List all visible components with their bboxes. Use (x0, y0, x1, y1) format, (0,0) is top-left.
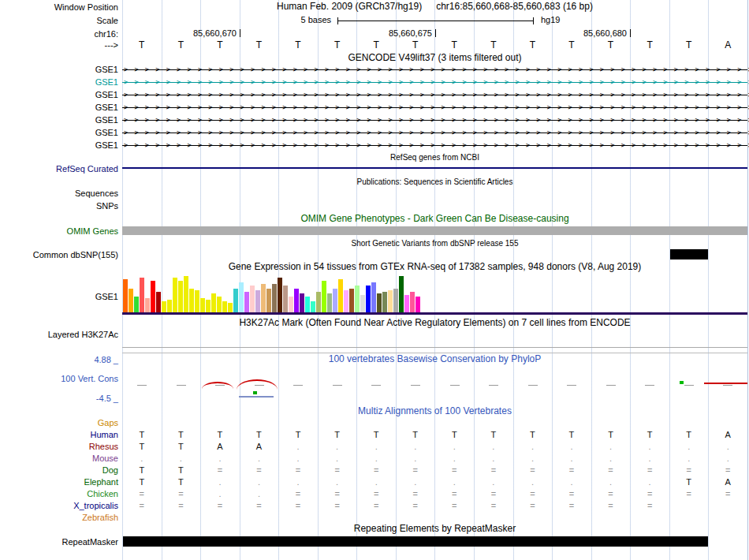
gtex-expression-bar[interactable] (145, 298, 150, 312)
gtex-expression-bar[interactable] (195, 290, 199, 312)
multiz-base: = (630, 500, 669, 511)
gtex-expression-bar[interactable] (415, 297, 420, 312)
scale-bar-tick-right (533, 17, 534, 24)
gencode-item[interactable]: >>>>>>>>>>>>>>>>>>>>>>>>>>>>>>>>>>>>>>>>… (122, 127, 747, 138)
gtex-expression-bar[interactable] (399, 276, 404, 312)
gtex-expression-bar[interactable] (250, 286, 255, 312)
multiz-base: = (513, 465, 553, 476)
multiz-species-label[interactable]: Elephant (0, 476, 118, 487)
gtex-expression-bar[interactable] (140, 278, 144, 312)
gencode-item-label[interactable]: GSE1 (0, 114, 118, 125)
multiz-species-label[interactable]: Chicken (0, 488, 118, 499)
dbsnp-variant[interactable] (670, 249, 708, 259)
gtex-expression-bar[interactable] (344, 290, 348, 312)
h3k27ac-track-label[interactable]: Layered H3K27Ac (0, 329, 118, 340)
multiz-base: . (474, 453, 513, 464)
gtex-expression-bar[interactable] (283, 286, 288, 312)
gtex-expression-bar[interactable] (404, 295, 409, 312)
gtex-expression-bar[interactable] (189, 289, 194, 312)
gtex-expression-bar[interactable] (244, 292, 249, 312)
refseq-track-label[interactable]: RefSeq Curated (0, 163, 118, 174)
gtex-gene-model-line[interactable] (122, 312, 747, 315)
gtex-expression-bar[interactable] (305, 297, 310, 312)
gtex-expression-bar[interactable] (311, 301, 315, 312)
gtex-expression-bar[interactable] (327, 293, 332, 312)
omim-track-label[interactable]: OMIM Genes (0, 226, 118, 237)
gtex-expression-bar[interactable] (178, 281, 183, 312)
multiz-species-label[interactable]: Rhesus (0, 441, 118, 452)
gencode-item-label[interactable]: GSE1 (0, 64, 118, 75)
phylop-track-label[interactable]: 100 Vert. Cons (0, 373, 118, 384)
gtex-expression-bar[interactable] (239, 282, 244, 312)
base-letter: T (552, 39, 591, 50)
gtex-expression-bar[interactable] (349, 289, 354, 312)
gtex-expression-bar[interactable] (222, 301, 227, 312)
gtex-expression-bar[interactable] (255, 290, 260, 312)
gtex-expression-bar[interactable] (261, 284, 266, 312)
gtex-expression-bar[interactable] (322, 281, 326, 312)
gencode-item-label[interactable]: GSE1 (0, 77, 118, 88)
multiz-species-label[interactable]: Mouse (0, 453, 118, 464)
repeatmasker-element[interactable] (123, 536, 708, 547)
gtex-expression-bar[interactable] (377, 293, 382, 312)
gtex-expression-bar[interactable] (266, 289, 271, 312)
gtex-expression-bar[interactable] (338, 279, 343, 312)
multiz-base: . (278, 441, 318, 452)
gtex-expression-bar[interactable] (129, 289, 133, 312)
gtex-expression-bar[interactable] (206, 300, 211, 312)
gtex-expression-bar[interactable] (217, 297, 222, 312)
gencode-item[interactable]: >>>>>>>>>>>>>>>>>>>>>>>>>>>>>>>>>>>>>>>>… (122, 140, 747, 151)
gtex-expression-bar[interactable] (366, 286, 371, 312)
gtex-expression-bar[interactable] (151, 281, 155, 312)
gtex-expression-bar[interactable] (184, 276, 188, 312)
gtex-expression-bar[interactable] (300, 293, 304, 312)
gtex-expression-bar[interactable] (371, 282, 376, 312)
gtex-expression-bar[interactable] (200, 298, 205, 312)
gtex-expression-bar[interactable] (228, 303, 233, 312)
gtex-expression-bar[interactable] (294, 289, 299, 312)
gtex-track-label[interactable]: GSE1 (0, 291, 118, 302)
multiz-species-label[interactable]: Zebrafish (0, 512, 118, 523)
gtex-expression-bar[interactable] (410, 292, 415, 312)
repeatmasker-track-label[interactable]: RepeatMasker (0, 536, 118, 547)
gencode-item[interactable]: >>>>>>>>>>>>>>>>>>>>>>>>>>>>>>>>>>>>>>>>… (122, 64, 747, 75)
gencode-item-label[interactable]: GSE1 (0, 140, 118, 151)
gtex-expression-bar[interactable] (393, 289, 398, 312)
gtex-expression-bar[interactable] (272, 284, 277, 312)
gtex-expression-bar[interactable] (134, 297, 139, 312)
gtex-expression-bar[interactable] (156, 292, 161, 312)
refseq-curated-line[interactable] (122, 167, 747, 169)
gtex-expression-bar[interactable] (289, 297, 293, 312)
omim-genes-bar[interactable] (122, 226, 747, 235)
gtex-expression-bar[interactable] (167, 300, 172, 312)
gencode-item-label[interactable]: GSE1 (0, 89, 118, 100)
gtex-expression-bar[interactable] (316, 292, 321, 312)
gtex-expression-bar[interactable] (211, 293, 216, 312)
sequences-track-label[interactable]: Sequences (0, 188, 118, 199)
multiz-base: . (552, 476, 591, 487)
gtex-expression-bar[interactable] (162, 301, 166, 312)
gencode-item[interactable]: >>>>>>>>>>>>>>>>>>>>>>>>>>>>>>>>>>>>>>>>… (122, 89, 747, 100)
multiz-species-label[interactable]: Human (0, 429, 118, 440)
phylop-zero-dash (450, 385, 460, 386)
multiz-species-label[interactable]: X_tropicalis (0, 500, 118, 511)
snps-track-label[interactable]: SNPs (0, 200, 118, 211)
gtex-expression-bar[interactable] (355, 286, 360, 312)
gtex-expression-bar[interactable] (360, 295, 365, 312)
gtex-expression-bar[interactable] (173, 278, 177, 312)
gtex-expression-bar[interactable] (382, 292, 387, 312)
dbsnp-track-label[interactable]: Common dbSNP(155) (0, 249, 118, 260)
gtex-expression-bar[interactable] (123, 279, 128, 312)
base-letter: T (435, 39, 475, 50)
gencode-item-label[interactable]: GSE1 (0, 102, 118, 113)
multiz-base: T (318, 429, 357, 440)
multiz-species-label[interactable]: Dog (0, 465, 118, 476)
gtex-expression-bar[interactable] (233, 289, 238, 312)
gencode-item-label[interactable]: GSE1 (0, 127, 118, 138)
gencode-item[interactable]: >>>>>>>>>>>>>>>>>>>>>>>>>>>>>>>>>>>>>>>>… (122, 114, 747, 125)
gtex-expression-bar[interactable] (278, 278, 282, 312)
gencode-item[interactable]: >>>>>>>>>>>>>>>>>>>>>>>>>>>>>>>>>>>>>>>>… (122, 102, 747, 113)
gtex-expression-bar[interactable] (333, 289, 337, 312)
gtex-expression-bar[interactable] (388, 290, 393, 312)
gencode-item[interactable]: >>>>>>>>>>>>>>>>>>>>>>>>>>>>>>>>>>>>>>>>… (122, 77, 747, 88)
